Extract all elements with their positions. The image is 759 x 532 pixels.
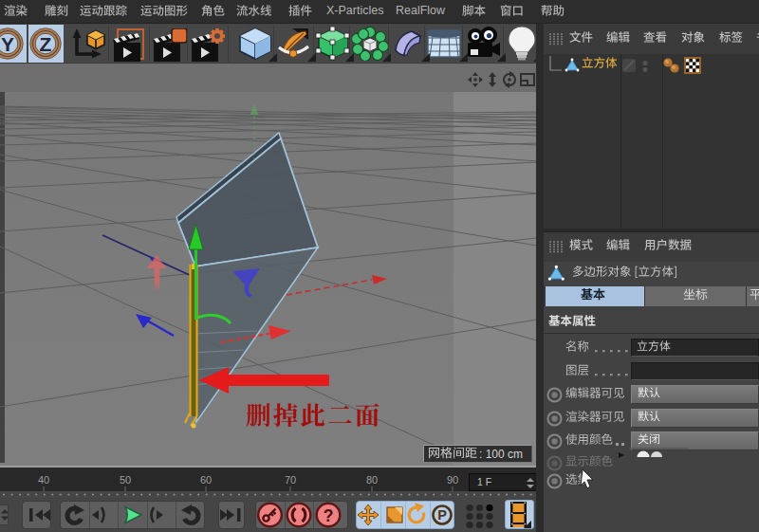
svg-text:40: 40 xyxy=(38,474,49,486)
svg-text:Z: Z xyxy=(40,33,52,55)
svg-text:90: 90 xyxy=(447,474,458,486)
svg-text:?: ? xyxy=(324,506,334,525)
svg-text:60: 60 xyxy=(200,474,212,486)
svg-text:80: 80 xyxy=(366,474,378,486)
svg-text:Y: Y xyxy=(1,33,14,55)
svg-text:70: 70 xyxy=(285,474,296,486)
svg-text:50: 50 xyxy=(120,474,131,486)
svg-text:P: P xyxy=(437,507,447,523)
